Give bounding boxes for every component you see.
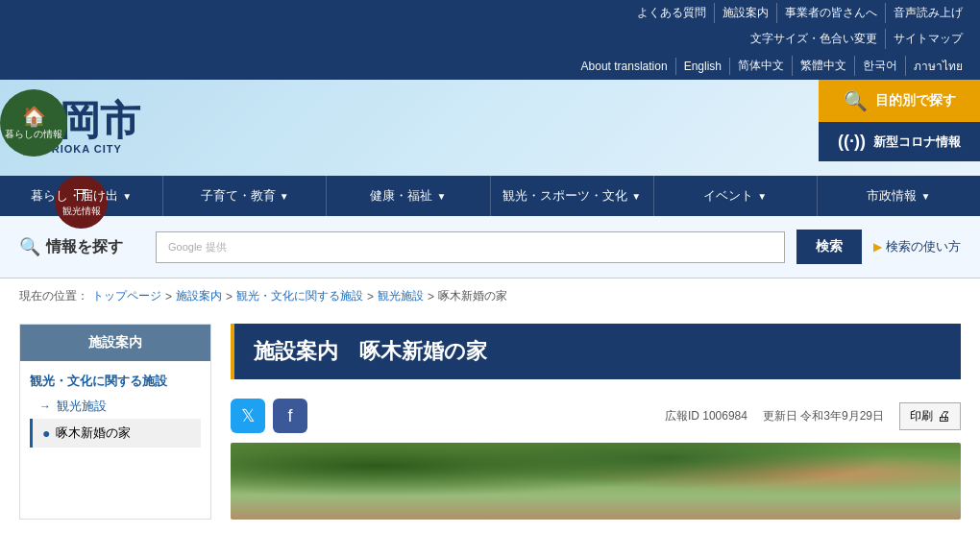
twitter-button[interactable]: 𝕏 — [231, 399, 265, 433]
photo-image — [231, 443, 961, 520]
thai-link[interactable]: ภาษาไทย — [906, 55, 970, 77]
search-icon: 🔍 — [844, 89, 868, 112]
page-title: 施設案内 啄木新婚の家 — [254, 339, 487, 363]
nav-kurashi-label: 暮らし・届け出 — [31, 187, 118, 205]
logo-area: 盛岡市 MORIOKA CITY 🏠 暮らしの情報 ⛩ 観光情報 — [0, 80, 259, 176]
breadcrumb-current-page: 啄木新婚の家 — [438, 288, 507, 304]
twitter-icon: 𝕏 — [241, 405, 256, 426]
nav-kenko-arrow: ▼ — [436, 191, 446, 202]
purpose-search-label: 目的別で探す — [875, 92, 956, 109]
breadcrumb-sep-3: > — [367, 290, 374, 303]
breadcrumb-home[interactable]: トップページ — [92, 288, 161, 304]
lang-bar: About translation English 简体中文 繁體中文 한국어 … — [0, 52, 980, 80]
corona-info-label: 新型コロナ情報 — [873, 133, 961, 151]
search-help-link[interactable]: ▶ 検索の使い方 — [873, 238, 961, 255]
kurashi-label: 暮らしの情報 — [5, 128, 62, 141]
nav-bar: 暮らし・届け出 ▼ 子育て・教育 ▼ 健康・福祉 ▼ 観光・スポーツ・文化 ▼ … — [0, 176, 980, 216]
sidebar-active-item: ● 啄木新婚の家 — [30, 419, 201, 448]
meta-bar: 𝕏 f 広報ID 1006984 更新日 令和3年9月29日 印刷 🖨 — [231, 393, 961, 443]
nav-shisei-label: 市政情報 — [867, 187, 917, 205]
nav-event[interactable]: イベント ▼ — [654, 176, 818, 216]
update-label: 更新日 — [763, 409, 797, 423]
print-button[interactable]: 印刷 🖨 — [899, 402, 961, 430]
search-help-arrow: ▶ — [873, 240, 882, 254]
about-translation-link[interactable]: About translation — [574, 58, 676, 75]
search-label: 🔍 情報を探す — [19, 236, 144, 257]
nav-event-label: イベント — [703, 187, 753, 205]
sidebar-section: 観光・文化に関する施設 → 観光施設 ● 啄木新婚の家 — [20, 361, 210, 455]
chinese-simplified-link[interactable]: 简体中文 — [730, 56, 793, 76]
breadcrumb-kanko-shisetsu[interactable]: 観光施設 — [378, 288, 424, 304]
search-help-text: 検索の使い方 — [886, 238, 961, 255]
koho-id: 広報ID 1006984 — [665, 408, 747, 424]
printer-icon: 🖨 — [937, 408, 950, 424]
nav-shisei[interactable]: 市政情報 ▼ — [818, 176, 980, 216]
photo-area — [231, 443, 961, 520]
sidebar-sub-item[interactable]: → 観光施設 — [30, 394, 201, 419]
sidebar: 施設案内 観光・文化に関する施設 → 観光施設 ● 啄木新婚の家 — [19, 324, 211, 520]
nav-event-arrow: ▼ — [757, 191, 767, 202]
faq-link[interactable]: よくある質問 — [629, 3, 715, 23]
search-label-text: 情報を探す — [46, 237, 123, 257]
purpose-search-button[interactable]: 🔍 目的別で探す — [819, 80, 980, 122]
house-icon: 🏠 — [22, 105, 46, 128]
header-right-buttons: 🔍 目的別で探す ((·)) 新型コロナ情報 — [819, 80, 980, 176]
page-title-bar: 施設案内 啄木新婚の家 — [231, 324, 961, 379]
content-area: 施設案内 啄木新婚の家 𝕏 f 広報ID 1006984 更新日 令和3年9月 — [231, 324, 961, 520]
nav-kurashi-arrow: ▼ — [122, 191, 132, 202]
sidebar-title: 施設案内 — [20, 325, 210, 361]
google-logo: Google 提供 — [168, 240, 227, 254]
nav-kurashi[interactable]: 暮らし・届け出 ▼ — [0, 176, 163, 216]
social-icons: 𝕏 f — [231, 399, 307, 433]
breadcrumb-current-label: 現在の位置： — [19, 288, 88, 304]
sitemap-link[interactable]: サイトマップ — [886, 29, 970, 49]
main-content: 施設案内 観光・文化に関する施設 → 観光施設 ● 啄木新婚の家 施設案内 啄木… — [0, 314, 980, 529]
meta-info: 広報ID 1006984 更新日 令和3年9月29日 印刷 🖨 — [665, 402, 961, 430]
bullet-icon: ● — [42, 425, 50, 441]
search-area: 🔍 情報を探す Google 提供 検索 ▶ 検索の使い方 — [0, 216, 980, 278]
wifi-icon: ((·)) — [838, 132, 866, 152]
search-label-icon: 🔍 — [19, 236, 40, 257]
utility-bar-row1: よくある質問 施設案内 事業者の皆さんへ 音声読み上げ — [0, 0, 980, 26]
arrow-right-icon: → — [39, 400, 51, 413]
nav-kosodate-label: 子育て・教育 — [201, 187, 276, 205]
kurashi-badge[interactable]: 🏠 暮らしの情報 — [0, 89, 67, 157]
voice-link[interactable]: 音声読み上げ — [886, 3, 970, 23]
chinese-traditional-link[interactable]: 繁體中文 — [793, 56, 855, 76]
nav-kosodate-arrow: ▼ — [280, 191, 289, 202]
facebook-icon: f — [287, 406, 292, 426]
koho-id-label: 広報ID — [665, 409, 699, 423]
print-label: 印刷 — [910, 408, 933, 424]
breadcrumb-sep-4: > — [428, 290, 434, 303]
nav-kanko-label: 観光・スポーツ・文化 — [502, 187, 627, 205]
nav-shisei-arrow: ▼ — [920, 191, 930, 202]
update-info: 更新日 令和3年9月29日 — [763, 408, 884, 424]
nav-kenko-label: 健康・福祉 — [370, 187, 432, 205]
update-date: 令和3年9月29日 — [800, 409, 884, 423]
sidebar-main-link[interactable]: 観光・文化に関する施設 — [30, 369, 201, 394]
fontsize-link[interactable]: 文字サイズ・色合い変更 — [743, 29, 886, 49]
nav-kanko[interactable]: 観光・スポーツ・文化 ▼ — [491, 176, 654, 216]
breadcrumb-facilities[interactable]: 施設案内 — [176, 288, 222, 304]
sidebar-active-label: 啄木新婚の家 — [56, 424, 131, 442]
breadcrumb-sep-2: > — [226, 290, 233, 303]
header: 盛岡市 MORIOKA CITY 🏠 暮らしの情報 ⛩ 観光情報 🔍 目的別で探… — [0, 80, 980, 176]
nav-kosodate[interactable]: 子育て・教育 ▼ — [163, 176, 327, 216]
nav-kenko[interactable]: 健康・福祉 ▼ — [327, 176, 490, 216]
utility-bar-row2: 文字サイズ・色合い変更 サイトマップ — [0, 26, 980, 52]
breadcrumb-kanko-facilities[interactable]: 観光・文化に関する施設 — [236, 288, 363, 304]
english-link[interactable]: English — [676, 58, 730, 75]
search-box[interactable]: Google 提供 — [156, 231, 785, 263]
breadcrumb-sep-1: > — [165, 290, 172, 303]
koho-id-value: 1006984 — [702, 409, 747, 423]
business-link[interactable]: 事業者の皆さんへ — [777, 3, 886, 23]
facebook-button[interactable]: f — [273, 399, 307, 433]
search-button[interactable]: 検索 — [796, 230, 862, 264]
korean-link[interactable]: 한국어 — [855, 56, 906, 76]
breadcrumb: 現在の位置： トップページ > 施設案内 > 観光・文化に関する施設 > 観光施… — [0, 278, 980, 314]
facilities-link[interactable]: 施設案内 — [715, 3, 777, 23]
corona-info-button[interactable]: ((·)) 新型コロナ情報 — [819, 122, 980, 161]
nav-kanko-arrow: ▼ — [631, 191, 641, 202]
sidebar-sub-link[interactable]: 観光施設 — [57, 398, 107, 415]
